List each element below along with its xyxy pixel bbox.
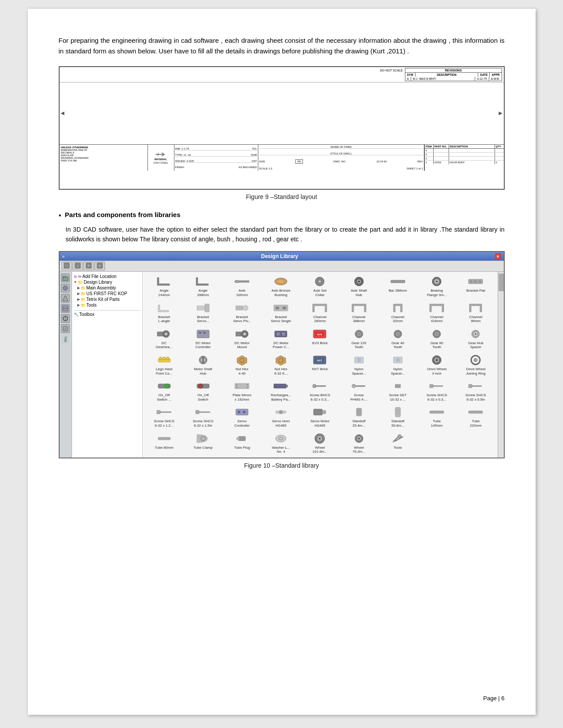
- intro-paragraph: For preparing the engineering drawing in…: [59, 35, 505, 56]
- lib-item-tube220[interactable]: Tube220mm: [457, 404, 495, 429]
- lib-item-bracket-langle[interactable]: BracketL-angle: [145, 300, 183, 325]
- lib-item-bearing-flange[interactable]: BearingFlange 3m...: [418, 274, 456, 299]
- lib-item-tube80[interactable]: Tube 80mm: [145, 431, 183, 456]
- lib-item-lego[interactable]: Lego HardPoint Co...: [145, 352, 183, 377]
- svg-point-73: [163, 357, 166, 360]
- lib-item-dc-motor-mount[interactable]: DC MotorMount: [223, 326, 261, 351]
- lib-sidebar-icon-1[interactable]: [61, 274, 70, 282]
- lib-item-angle144[interactable]: Angle144mm: [145, 274, 183, 299]
- lib-item-nylon-spacer1[interactable]: NylonSpacer...: [340, 352, 378, 377]
- lib-item-dc-motor-controller[interactable]: DC MotorController: [184, 326, 222, 351]
- lib-item-screw-shcs4[interactable]: Screw SHCS6-32 x 1.5in: [184, 404, 222, 429]
- lib-item-screw-bhcs[interactable]: Screw BHCS6-32 x 0.3...: [301, 378, 339, 403]
- lib-item-channel288[interactable]: Channel288mm: [340, 300, 378, 325]
- lib-item-motor-shaft-hub[interactable]: Motor ShaftHub: [184, 352, 222, 377]
- lib-item-tube-clamp[interactable]: Tube Clamp: [184, 431, 222, 456]
- lib-item-servo-controller[interactable]: ServoController: [223, 404, 261, 429]
- lib-item-omni-wheel-ring[interactable]: Omni WheelJoining Ring: [457, 352, 495, 377]
- lib-item-bar288[interactable]: Bar 288mm: [379, 274, 417, 299]
- lib-title-bar: » Design Library ×: [60, 252, 504, 261]
- lib-item-bracket-servo-piv[interactable]: BracketServo Piv...: [223, 300, 261, 325]
- lib-item-bracket-servo[interactable]: BracketServo...: [184, 300, 222, 325]
- lib-item-nylon-spacer2[interactable]: NylonSpacer...: [379, 352, 417, 377]
- svg-marker-78: [237, 356, 247, 365]
- lib-item-servo-motor[interactable]: Servo MotorHS485: [301, 404, 339, 429]
- lib-item-wheel762[interactable]: Wheel76.2m...: [340, 431, 378, 456]
- lib-sidebar-icon-3[interactable]: [61, 294, 70, 303]
- lib-item-tube-plug[interactable]: Tube Plug: [223, 431, 261, 456]
- lib-item-nut-hex-632[interactable]: Nut Hex6-32 K...: [262, 352, 300, 377]
- lib-item-omni-wheel-3in[interactable]: Omni Wheel3 inch: [418, 352, 456, 377]
- lib-item-bracket-servo-single[interactable]: BracketServo Single: [262, 300, 300, 325]
- tree-main-assembly[interactable]: 📁 Main Assembly: [74, 285, 140, 291]
- lib-scrollbar[interactable]: [498, 272, 504, 457]
- lib-toolbar-btn-1[interactable]: ↑: [61, 262, 72, 270]
- lib-item-battery[interactable]: Rechargea...Battery Pa...: [262, 378, 300, 403]
- lib-item-servo-horn[interactable]: Servo HornHS485: [262, 404, 300, 429]
- lib-item-channel32[interactable]: Channel32mm: [379, 300, 417, 325]
- lib-item-switch2[interactable]: On_OffSwitch: [184, 378, 222, 403]
- tree-tetrix[interactable]: 📁 Tetrix Kit of Parts: [74, 296, 140, 302]
- bottom-sheet: SHEET 1 of 1: [407, 167, 423, 170]
- lib-item-ev3-brick[interactable]: EV3 EV3 Brick: [301, 326, 339, 351]
- rev-row1-desc: M.J. WAS $ WHIT.: [411, 77, 475, 81]
- lib-item-screw-shcs3[interactable]: Screw SHCS6-32 x 1.2...: [145, 404, 183, 429]
- lib-item-dc-gearhea[interactable]: DCGearhea...: [145, 326, 183, 351]
- revisions-header: REVISIONS: [405, 68, 502, 73]
- lib-item-angle288[interactable]: Angle288mm: [184, 274, 222, 299]
- svg-rect-43: [283, 307, 286, 309]
- lib-sidebar-icon-4[interactable]: [61, 304, 70, 313]
- lib-sidebar-icon-tab[interactable]: TAB: [61, 334, 69, 343]
- lib-item-dc-motor-power[interactable]: DC MotorPower C...: [262, 326, 300, 351]
- lib-item-gear80[interactable]: Gear 80Tooth: [418, 326, 456, 351]
- svg-point-93: [474, 358, 477, 362]
- lib-toolbar-btn-4[interactable]: ≡: [94, 262, 105, 270]
- lib-item-bracket-flat[interactable]: Bracket Flat: [457, 274, 495, 299]
- lib-item-axle-shaft-hub[interactable]: Axle ShaftHub: [340, 274, 378, 299]
- lib-item-standoff508[interactable]: Standoff50.8m...: [379, 404, 417, 429]
- lib-close-button[interactable]: ×: [495, 253, 501, 259]
- lib-item-tools[interactable]: Tools: [379, 431, 417, 456]
- tree-us-first[interactable]: 📁 US FIRST FRC KOP: [74, 291, 140, 296]
- rev-appr-col: APPR: [490, 73, 501, 77]
- tree-toolbox[interactable]: 🔧 Toolbox: [74, 311, 140, 317]
- lib-item-washer[interactable]: Washer-L...No. 4: [262, 431, 300, 456]
- lib-item-wheel1016[interactable]: Wheel101.6m...: [301, 431, 339, 456]
- page: For preparing the engineering drawing in…: [28, 9, 536, 715]
- lib-item-screw-phms[interactable]: ScrewPHMS 4-...: [340, 378, 378, 403]
- lib-item-gear40[interactable]: Gear 40Tooth: [379, 326, 417, 351]
- svg-point-55: [282, 332, 285, 336]
- svg-point-144: [276, 435, 286, 442]
- lib-sidebar-icon-2[interactable]: [61, 284, 70, 293]
- lib-toolbar-btn-2[interactable]: ↓: [72, 262, 83, 270]
- lib-item-axle-collar[interactable]: Axle SetCollar: [301, 274, 339, 299]
- lib-item-switch1[interactable]: On_OffSwitch ...: [145, 378, 183, 403]
- material-symbol-icon: [155, 152, 167, 157]
- lib-item-channel160[interactable]: Channel160mm: [301, 300, 339, 325]
- lib-item-screw-set[interactable]: Screw SET10-32 x ...: [379, 378, 417, 403]
- lib-item-axle100[interactable]: Axle100mm: [223, 274, 261, 299]
- tree-tools[interactable]: 📁 Tools: [74, 302, 140, 308]
- lib-sidebar-icon-6[interactable]: i: [61, 324, 70, 333]
- lib-item-gear120[interactable]: Gear 120Tooth: [340, 326, 378, 351]
- lib-item-channel416[interactable]: Channel416mm: [418, 300, 456, 325]
- svg-point-21: [236, 280, 238, 283]
- lib-item-screw-shcs1[interactable]: Screw SHCS6-32 x 0.3...: [418, 378, 456, 403]
- lib-item-channel96[interactable]: Channel96mm: [457, 300, 495, 325]
- svg-rect-38: [205, 304, 209, 312]
- svg-point-40: [243, 305, 248, 311]
- lib-item-nut-hex-440[interactable]: Nut Hex4-40: [223, 352, 261, 377]
- lib-item-standoff254[interactable]: Standoff25.4m...: [340, 404, 378, 429]
- lib-item-plate64[interactable]: Plate 64mmx 192mm: [223, 378, 261, 403]
- lib-toolbar-btn-3[interactable]: +: [83, 262, 94, 270]
- tree-add-file[interactable]: ⊕ 🗁 Add File Location: [74, 274, 140, 279]
- lib-item-tube145[interactable]: Tube145mm: [418, 404, 456, 429]
- tree-design-library[interactable]: 📁 Design Library: [74, 279, 140, 285]
- svg-point-52: [243, 333, 246, 335]
- lib-item-nxt-brick[interactable]: NXT NXT Brick: [301, 352, 339, 377]
- lib-item-axle-bronze[interactable]: Axle BronzeBushing: [262, 274, 300, 299]
- lib-item-screw-shcs2[interactable]: Screw SHCS6-32 x 0.5in: [457, 378, 495, 403]
- lib-scroll-thumb[interactable]: [499, 274, 504, 291]
- lib-item-gear-hub-spacer[interactable]: Gear HubSpacer: [457, 326, 495, 351]
- lib-sidebar-icon-5[interactable]: [61, 314, 70, 323]
